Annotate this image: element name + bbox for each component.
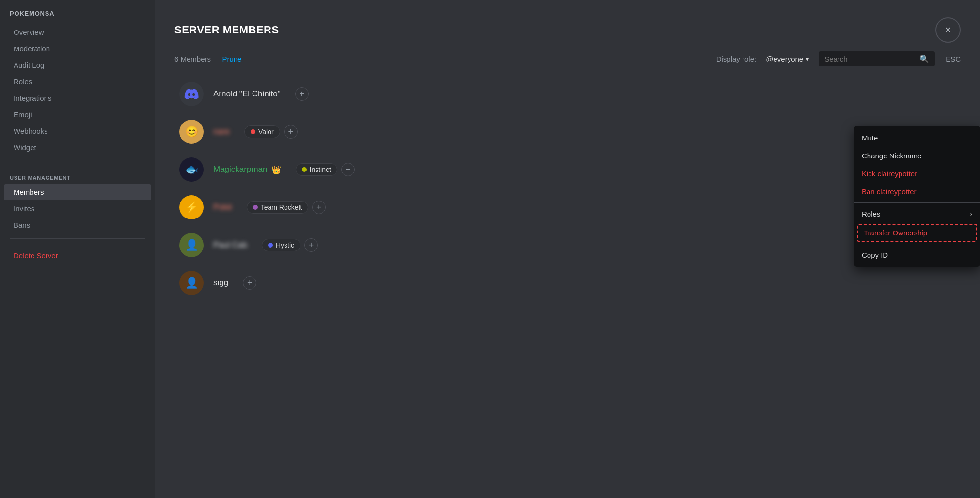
chevron-down-icon: ▾	[806, 56, 809, 62]
content-header: SERVER MEMBERS ×	[155, 0, 980, 43]
add-role-button[interactable]: +	[341, 163, 355, 176]
roles-area: +	[295, 87, 309, 101]
display-role-label: Display role:	[716, 55, 757, 63]
context-item-roles[interactable]: Roles›	[854, 205, 980, 223]
avatar: ⚡	[179, 195, 204, 219]
context-item-label: Roles	[862, 210, 880, 218]
sidebar-item-moderation[interactable]: Moderation	[4, 41, 151, 57]
prune-link[interactable]: Prune	[222, 55, 241, 63]
sidebar-item-overview[interactable]: Overview	[4, 24, 151, 40]
member-row[interactable]: Arnold "El Chinito"+	[174, 75, 961, 113]
members-count: 6 Members — Prune	[174, 55, 241, 63]
search-icon: 🔍	[919, 54, 929, 63]
avatar: 👤	[179, 271, 204, 295]
role-dot	[268, 243, 273, 248]
add-role-button[interactable]: +	[304, 238, 318, 252]
sidebar-item-widget[interactable]: Widget	[4, 140, 151, 156]
roles-area: Hystic+	[262, 238, 318, 252]
member-row[interactable]: ⚡PokéTeam Rockett+	[174, 188, 961, 226]
search-input[interactable]	[824, 55, 916, 63]
role-name: Valor	[258, 128, 274, 136]
member-row[interactable]: 😊nareValor+⋮	[174, 113, 961, 151]
member-name: nare	[213, 127, 230, 137]
sidebar-divider	[10, 161, 145, 161]
roles-area: Instinct+	[296, 163, 355, 176]
close-button[interactable]: ×	[935, 17, 961, 43]
user-management-label: USER MANAGEMENT	[0, 166, 155, 184]
context-divider	[854, 244, 980, 244]
add-role-button[interactable]: +	[243, 276, 256, 290]
add-role-button[interactable]: +	[295, 87, 309, 101]
context-item-transfer-ownership[interactable]: Transfer Ownership	[857, 224, 977, 242]
sidebar-item-webhooks[interactable]: Webhooks	[4, 123, 151, 139]
member-name: Paul Cab	[213, 240, 247, 250]
role-name: Team Rockett	[261, 203, 302, 211]
avatar: 😊	[179, 120, 204, 144]
member-row[interactable]: 👤Paul CabHystic+	[174, 226, 961, 264]
chevron-right-icon: ›	[970, 210, 972, 218]
context-item-kick-claireypotter[interactable]: Kick claireypotter	[854, 165, 980, 183]
context-item-label: Mute	[862, 134, 878, 142]
server-name: POKEMONSA	[0, 10, 155, 24]
sidebar-item-integrations[interactable]: Integrations	[4, 90, 151, 106]
member-name: Magickarpman👑	[213, 165, 281, 174]
context-menu: MuteChange NicknameKick claireypotterBan…	[854, 126, 980, 267]
member-name: sigg	[213, 278, 228, 288]
roles-area: +	[243, 276, 256, 290]
main-content: SERVER MEMBERS × 6 Members — Prune Displ…	[155, 0, 980, 498]
avatar	[179, 82, 204, 106]
sidebar-item-bans[interactable]: Bans	[4, 217, 151, 233]
avatar: 👤	[179, 233, 204, 257]
sidebar-item-audit-log[interactable]: Audit Log	[4, 57, 151, 73]
member-row[interactable]: 🐟Magickarpman👑Instinct+	[174, 151, 961, 188]
sidebar-item-roles[interactable]: Roles	[4, 74, 151, 90]
member-row[interactable]: 👤sigg+	[174, 264, 961, 302]
context-item-change-nickname[interactable]: Change Nickname	[854, 147, 980, 165]
context-item-ban-claireypotter[interactable]: Ban claireypotter	[854, 183, 980, 201]
sidebar-divider-2	[10, 238, 145, 239]
role-badge: Hystic	[262, 239, 300, 251]
delete-server-item[interactable]: Delete Server	[4, 248, 151, 264]
close-icon: ×	[945, 24, 951, 36]
context-item-label: Kick claireypotter	[862, 170, 917, 178]
member-name: Arnold "El Chinito"	[213, 89, 281, 99]
page-title: SERVER MEMBERS	[174, 24, 279, 36]
context-divider	[854, 202, 980, 203]
context-item-label: Copy ID	[862, 251, 888, 259]
subheader: 6 Members — Prune Display role: @everyon…	[155, 43, 980, 75]
role-selector[interactable]: @everyone ▾	[762, 53, 813, 65]
role-dot	[302, 167, 307, 172]
role-dot	[253, 205, 258, 210]
sidebar: POKEMONSA OverviewModerationAudit LogRol…	[0, 0, 155, 498]
context-item-mute[interactable]: Mute	[854, 129, 980, 147]
role-name: Hystic	[276, 241, 294, 249]
roles-area: Team Rockett+	[247, 201, 326, 214]
role-name: Instinct	[310, 166, 331, 173]
avatar: 🐟	[179, 157, 204, 182]
add-role-button[interactable]: +	[284, 125, 298, 139]
esc-label[interactable]: ESC	[946, 55, 961, 63]
role-badge: Valor	[244, 125, 280, 138]
crown-icon: 👑	[271, 165, 281, 174]
sidebar-item-members[interactable]: Members	[4, 184, 151, 200]
search-bar: 🔍	[819, 51, 935, 66]
role-badge: Team Rockett	[247, 201, 309, 214]
context-item-copy-id[interactable]: Copy ID	[854, 246, 980, 264]
role-dot	[251, 129, 255, 134]
sidebar-item-emoji[interactable]: Emoji	[4, 107, 151, 123]
role-badge: Instinct	[296, 163, 337, 176]
context-item-label: Transfer Ownership	[864, 229, 927, 237]
roles-area: Valor+	[244, 125, 298, 139]
context-item-label: Change Nickname	[862, 152, 921, 160]
sidebar-item-invites[interactable]: Invites	[4, 201, 151, 217]
add-role-button[interactable]: +	[312, 201, 326, 214]
member-name: Poké	[213, 202, 232, 212]
context-item-label: Ban claireypotter	[862, 187, 917, 196]
